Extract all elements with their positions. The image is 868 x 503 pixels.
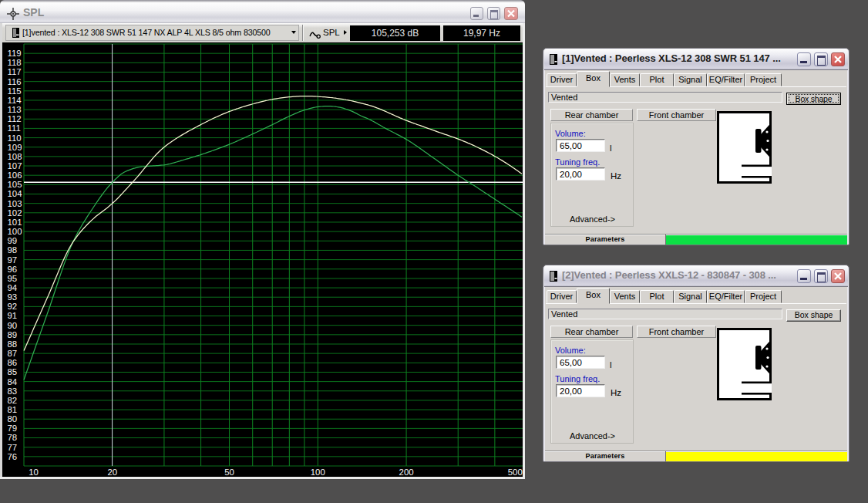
svg-text:90: 90 <box>8 321 18 330</box>
svg-text:84: 84 <box>8 377 18 387</box>
svg-text:114: 114 <box>8 96 22 105</box>
svg-text:79: 79 <box>8 424 18 433</box>
svg-text:103: 103 <box>8 199 22 208</box>
svg-text:10: 10 <box>29 468 39 477</box>
svg-text:110: 110 <box>8 133 22 143</box>
svg-text:106: 106 <box>8 170 22 180</box>
svg-text:108: 108 <box>8 152 22 161</box>
svg-text:91: 91 <box>8 311 18 320</box>
svg-text:100: 100 <box>311 468 325 477</box>
svg-text:118: 118 <box>8 58 22 67</box>
svg-text:77: 77 <box>8 443 18 452</box>
svg-text:50: 50 <box>224 468 234 477</box>
svg-text:200: 200 <box>399 468 414 477</box>
svg-text:94: 94 <box>8 283 18 292</box>
svg-text:101: 101 <box>8 218 22 227</box>
svg-text:109: 109 <box>8 143 22 152</box>
svg-text:119: 119 <box>8 49 22 58</box>
svg-text:86: 86 <box>8 358 18 367</box>
svg-text:76: 76 <box>8 452 18 461</box>
svg-text:20: 20 <box>107 468 117 477</box>
svg-text:104: 104 <box>8 189 22 198</box>
svg-text:102: 102 <box>8 208 22 218</box>
svg-text:87: 87 <box>8 349 18 358</box>
svg-text:92: 92 <box>8 302 18 311</box>
svg-text:105: 105 <box>8 180 22 189</box>
svg-text:98: 98 <box>8 245 18 255</box>
svg-text:115: 115 <box>8 86 22 96</box>
svg-text:100: 100 <box>8 227 22 236</box>
svg-text:89: 89 <box>8 330 18 339</box>
svg-text:93: 93 <box>8 292 18 302</box>
svg-text:85: 85 <box>8 367 18 376</box>
svg-text:83: 83 <box>8 387 18 396</box>
svg-text:95: 95 <box>8 274 18 283</box>
svg-text:500: 500 <box>508 468 523 477</box>
svg-text:111: 111 <box>8 123 21 133</box>
svg-text:88: 88 <box>8 339 18 349</box>
svg-text:82: 82 <box>8 396 18 405</box>
svg-text:117: 117 <box>8 67 22 76</box>
svg-text:78: 78 <box>8 433 18 442</box>
svg-text:96: 96 <box>8 265 18 274</box>
svg-text:99: 99 <box>8 236 18 245</box>
svg-text:107: 107 <box>8 161 22 170</box>
svg-text:97: 97 <box>8 255 18 265</box>
svg-text:112: 112 <box>8 114 22 123</box>
svg-text:113: 113 <box>8 105 22 114</box>
svg-text:116: 116 <box>8 77 22 86</box>
svg-text:81: 81 <box>8 405 18 414</box>
svg-text:80: 80 <box>8 414 18 424</box>
